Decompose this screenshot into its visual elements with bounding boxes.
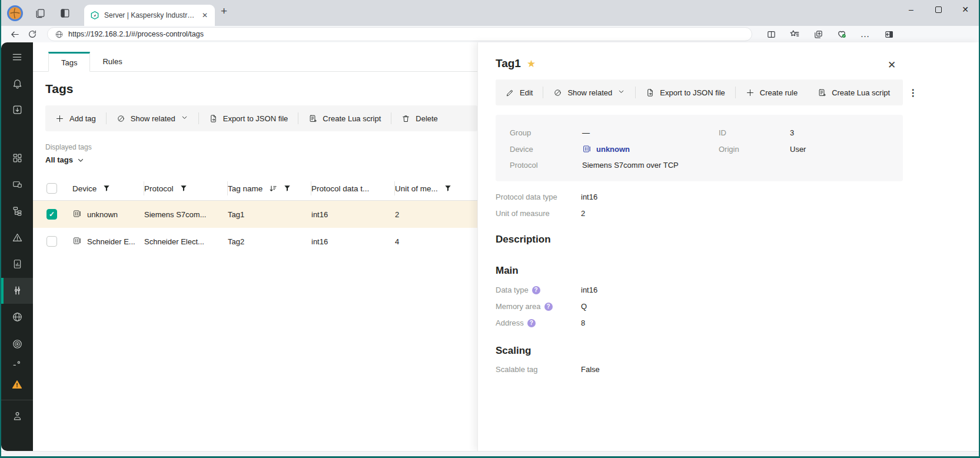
- table-row-tag2[interactable]: Schneider E... Schneider Elect... Tag2 i…: [33, 228, 477, 255]
- more-actions-kebab-icon[interactable]: ⋮: [900, 87, 926, 98]
- tags-filter-dropdown[interactable]: All tags: [45, 155, 85, 164]
- script-icon: [308, 114, 317, 123]
- group-label: Group: [510, 128, 582, 137]
- close-panel-icon[interactable]: ✕: [885, 58, 899, 72]
- tab-tags[interactable]: Tags: [48, 52, 90, 72]
- data-type-value: int16: [581, 286, 903, 294]
- memory-area-value: Q: [581, 302, 903, 311]
- main-fields: Data type? int16 Memory area? Q Address?…: [496, 286, 903, 327]
- sidebar-item-process-control[interactable]: [1, 278, 33, 304]
- address-label: Address: [496, 318, 524, 327]
- sidebar-item-assets[interactable]: [1, 173, 33, 196]
- dots-icon: [12, 360, 23, 368]
- sidebar-item-events[interactable]: [1, 226, 33, 249]
- sidebar-item-warnings[interactable]: [1, 373, 33, 396]
- filter-icon[interactable]: [283, 184, 291, 193]
- sort-ascending-icon[interactable]: [268, 184, 277, 193]
- help-icon[interactable]: ?: [532, 286, 540, 294]
- window-controls: – ✕: [898, 0, 979, 26]
- column-device[interactable]: Device: [72, 184, 97, 193]
- row-checkbox[interactable]: ✓: [46, 209, 57, 220]
- page-title: Tags: [45, 82, 477, 96]
- filter-icon[interactable]: [180, 184, 188, 193]
- tag-detail-panel: ✕ Tag1 ★ Edit Show related: [477, 42, 979, 451]
- script-icon: [818, 88, 826, 97]
- table-header: Device Protocol Tag name Protocol data t…: [33, 177, 477, 201]
- favorite-star-icon[interactable]: ★: [527, 58, 536, 70]
- protocol-value: Siemens S7comm over TCP: [582, 161, 719, 170]
- filter-icon[interactable]: [102, 184, 111, 193]
- sidebar-item-reports[interactable]: [1, 253, 33, 276]
- close-window-button[interactable]: ✕: [952, 0, 979, 19]
- tags-table: Device Protocol Tag name Protocol data t…: [33, 177, 477, 255]
- copilot-sidebar-icon[interactable]: [881, 27, 897, 41]
- menu-toggle[interactable]: [1, 45, 33, 68]
- vertical-tabs-icon[interactable]: [55, 3, 75, 23]
- export-file-icon: [209, 114, 218, 123]
- horizontal-scrollbar-track[interactable]: [1, 451, 979, 456]
- sidebar-item-account[interactable]: [1, 404, 33, 427]
- tag-summary-card: Group — ID 3 Device unknown Origin User …: [496, 115, 903, 181]
- export-json-button[interactable]: Export to JSON file: [636, 79, 735, 105]
- address-bar[interactable]: https://192.168.2.1/#/process-control/ta…: [47, 27, 752, 41]
- sidebar-item-topology[interactable]: [1, 200, 33, 223]
- column-protocol[interactable]: Protocol: [144, 184, 174, 193]
- delete-button[interactable]: Delete: [391, 105, 448, 131]
- collections-icon[interactable]: [810, 27, 826, 41]
- scalable-tag-label: Scalable tag: [496, 365, 581, 374]
- basketball-icon: [9, 7, 21, 19]
- displayed-tags-label: Displayed tags: [45, 143, 477, 151]
- tab-close-icon[interactable]: ✕: [200, 10, 210, 21]
- help-icon[interactable]: ?: [544, 303, 553, 311]
- minimize-button[interactable]: –: [898, 0, 925, 19]
- export-json-button[interactable]: Export to JSON file: [199, 105, 298, 131]
- row-checkbox[interactable]: [46, 236, 57, 247]
- sidebar-item-status-dots[interactable]: [1, 357, 33, 371]
- sidebar-item-notifications[interactable]: [1, 72, 33, 95]
- sidebar-item-updates[interactable]: [1, 98, 33, 121]
- browser-window: Server | Kaspersky Industrial Cybe ✕ + –…: [1, 0, 979, 456]
- page-tabs: Tags Rules: [33, 42, 477, 72]
- split-screen-icon[interactable]: [763, 27, 779, 41]
- favorites-icon[interactable]: [786, 27, 803, 41]
- edit-button[interactable]: Edit: [496, 79, 543, 105]
- grid-icon: [12, 152, 23, 164]
- refresh-button[interactable]: [25, 27, 40, 41]
- table-row-tag1[interactable]: ✓ unknown Siemens S7com... Tag1 int16 2: [33, 201, 477, 228]
- settings-more-icon[interactable]: …: [857, 27, 873, 41]
- tags-page: Tags Rules Tags Add tag Show related: [33, 42, 477, 456]
- tab-title: Server | Kaspersky Industrial Cybe: [104, 11, 195, 19]
- show-related-button[interactable]: Show related: [107, 105, 198, 131]
- scaling-fields: Scalable tag False: [496, 365, 903, 374]
- sidebar-item-dashboard[interactable]: [1, 147, 33, 170]
- browser-tab[interactable]: Server | Kaspersky Industrial Cybe ✕: [84, 5, 215, 26]
- back-button[interactable]: [7, 27, 22, 41]
- download-icon: [12, 104, 23, 115]
- select-all-checkbox[interactable]: [46, 183, 57, 194]
- column-unit[interactable]: Unit of me...: [395, 184, 438, 193]
- create-lua-script-button[interactable]: Create Lua script: [298, 105, 391, 131]
- create-rule-button[interactable]: Create rule: [736, 79, 808, 105]
- new-tab-button[interactable]: +: [221, 5, 227, 18]
- filter-icon[interactable]: [444, 184, 452, 193]
- show-related-button[interactable]: Show related: [543, 79, 635, 105]
- maximize-icon: [935, 6, 942, 13]
- browser-essentials-icon[interactable]: [833, 27, 850, 41]
- chevron-down-icon: [77, 156, 85, 164]
- url-text: https://192.168.2.1/#/process-control/ta…: [68, 30, 204, 38]
- create-lua-script-button[interactable]: Create Lua script: [808, 79, 900, 105]
- sidebar-item-audit[interactable]: [1, 332, 33, 355]
- device-link[interactable]: unknown: [582, 144, 719, 154]
- tab-rules[interactable]: Rules: [90, 51, 134, 71]
- origin-label: Origin: [719, 145, 790, 154]
- column-protocol-data-type[interactable]: Protocol data t...: [311, 184, 369, 193]
- tag-fields: Protocol data type int16 Unit of measure…: [496, 193, 903, 218]
- sidebar-item-network[interactable]: [1, 306, 33, 328]
- maximize-button[interactable]: [925, 0, 952, 19]
- add-tag-button[interactable]: Add tag: [45, 105, 106, 131]
- profile-avatar[interactable]: [7, 5, 23, 21]
- workspaces-icon[interactable]: [30, 3, 50, 23]
- help-icon[interactable]: ?: [527, 319, 536, 327]
- main-heading: Main: [496, 265, 979, 277]
- column-tag-name[interactable]: Tag name: [228, 184, 263, 193]
